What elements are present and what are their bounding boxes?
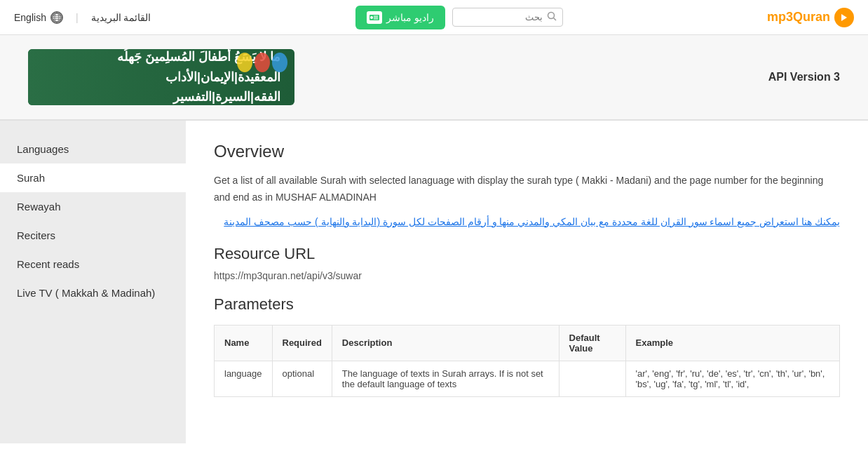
header: English | القائمة البريدية راديو مباشر [0,0,868,35]
sidebar-item-reciters[interactable]: Reciters [0,221,186,250]
search-input[interactable] [459,12,543,22]
language-selector[interactable]: English [14,11,63,24]
col-header-example: Example [625,325,839,361]
svg-marker-12 [841,14,847,21]
logo-text: mp3Quran [767,10,830,25]
header-center: راديو مباشر [355,6,563,29]
radio-label: راديو مباشر [386,12,434,23]
svg-point-10 [548,13,554,19]
main-content: Overview Get a list of all available Sur… [186,121,868,443]
col-header-description: Description [332,325,559,361]
sidebar-item-rewayah[interactable]: Rewayah [0,192,186,221]
resource-url-value: https://mp3quran.net/api/v3/suwar [214,270,840,281]
english-label: English [14,12,46,23]
header-left: English | القائمة البريدية [14,11,151,24]
header-right: mp3Quran [767,8,854,27]
globe-icon [50,11,63,24]
radio-icon [367,11,382,24]
banner-section: ما لا يَسَعُ أَطفالَ المُسلِمينَ جَهلُه … [0,35,868,121]
api-version: API Version 3 [768,71,840,83]
search-icon [547,11,557,23]
col-header-name: Name [215,325,273,361]
banner-inner: ما لا يَسَعُ أَطفالَ المُسلِمينَ جَهلُه … [28,49,294,105]
arabic-description-link[interactable]: يمكنك هنا استعراض جميع اسماء سور القران … [214,213,840,231]
sidebar-item-languages[interactable]: Languages [0,135,186,163]
param-name: language [215,361,273,396]
search-bar[interactable] [452,8,563,27]
banner-balloons [237,53,287,72]
radio-live-button[interactable]: راديو مباشر [355,6,445,29]
overview-description: Get a list of all available Surah with s… [214,173,840,206]
sidebar: Languages Surah Rewayah Reciters Recent … [0,121,186,443]
arabic-nav-label[interactable]: القائمة البريدية [91,12,151,23]
parameters-title: Parameters [214,295,840,314]
svg-point-6 [370,16,373,19]
logo-play-icon [834,8,854,27]
overview-title: Overview [214,142,840,161]
col-header-required: Required [272,325,332,361]
banner-arabic-items2: الفقه|السيرة|التفسير [117,87,280,105]
balloon-blue [272,53,287,72]
param-default [559,361,625,396]
param-example: 'ar', 'eng', 'fr', 'ru', 'de', 'es', 'tr… [625,361,839,396]
balloon-yellow [237,53,252,72]
param-required: optional [272,361,332,396]
balloon-red [255,53,270,72]
sidebar-item-recent-reads[interactable]: Recent reads [0,250,186,279]
banner-image[interactable]: ما لا يَسَعُ أَطفالَ المُسلِمينَ جَهلُه … [28,49,294,105]
svg-line-11 [553,18,556,21]
param-description: The language of texts in Surah arrays. I… [332,361,559,396]
col-header-default: Default Value [559,325,625,361]
resource-url-title: Resource URL [214,245,840,263]
main-layout: Languages Surah Rewayah Reciters Recent … [0,121,868,443]
table-row: language optional The language of texts … [215,361,840,396]
sidebar-item-surah[interactable]: Surah [0,163,186,192]
parameters-table: Name Required Description Default Value … [214,325,840,397]
sidebar-item-live-tv[interactable]: Live TV ( Makkah & Madinah) [0,279,186,307]
